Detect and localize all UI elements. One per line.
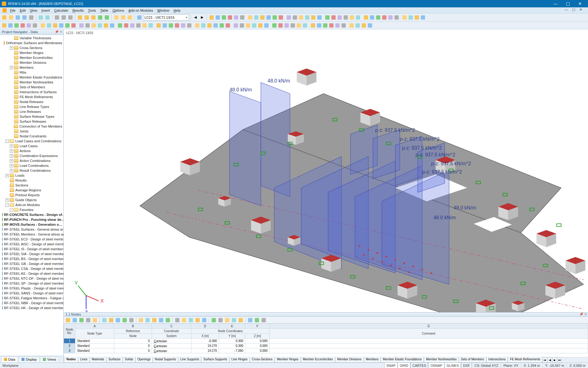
table-tab[interactable]: Line Supports xyxy=(178,358,202,362)
cell-y[interactable]: -7.060 xyxy=(219,348,245,353)
table-toolbar-button[interactable] xyxy=(181,317,187,323)
table-toolbar-button[interactable] xyxy=(238,317,244,323)
nav-tab-views[interactable]: Views xyxy=(40,357,59,362)
toolbar-button[interactable] xyxy=(85,22,91,29)
tb-nav2[interactable] xyxy=(120,14,126,21)
toolbar-button[interactable] xyxy=(168,22,174,29)
toolbar-button[interactable] xyxy=(162,22,168,29)
tree-item[interactable]: +Members xyxy=(0,65,63,70)
cell-x[interactable]: 19.270 xyxy=(191,348,219,353)
table-tab[interactable]: Member Elastic Foundations xyxy=(381,358,424,362)
mdi-restore-button[interactable]: ▢ xyxy=(572,8,579,13)
menu-tools[interactable]: Tools xyxy=(86,8,98,13)
toolbar-button[interactable] xyxy=(251,22,257,29)
tree-item[interactable]: RF-STEEL Fatigue Members - Fatigue de xyxy=(0,296,63,301)
tb-undo[interactable] xyxy=(38,14,44,21)
tree-item[interactable]: RF-STEEL SP - Design of steel members xyxy=(0,281,63,286)
table-toolbar-button[interactable] xyxy=(224,317,230,323)
tree-item[interactable]: Orthotropic Surfaces and Membranes xyxy=(0,40,63,45)
collapse-icon[interactable]: - xyxy=(6,140,9,143)
toolbar-button[interactable] xyxy=(239,22,245,29)
table-tab-nav[interactable]: ▶ xyxy=(552,358,557,362)
toolbar-button[interactable] xyxy=(117,22,123,29)
tree-item[interactable]: RF-PUNCH Pro - Punching shear de… xyxy=(0,217,63,222)
col-z[interactable]: Z [m] xyxy=(245,334,270,339)
col-node-type[interactable]: Node Type xyxy=(75,329,114,339)
toolbar-button[interactable] xyxy=(324,14,330,21)
tb-new[interactable] xyxy=(1,14,7,21)
toolbar-button[interactable] xyxy=(227,14,233,21)
table-toolbar-button[interactable] xyxy=(85,317,91,323)
table-tab[interactable]: Intersections xyxy=(486,358,508,362)
toolbar-button[interactable] xyxy=(334,22,341,29)
toolbar-button[interactable] xyxy=(206,22,213,29)
toolbar-button[interactable] xyxy=(233,14,239,21)
toolbar-button[interactable] xyxy=(32,22,38,29)
collapse-icon[interactable]: - xyxy=(6,203,9,207)
expand-icon[interactable]: + xyxy=(10,154,13,158)
toolbar-button[interactable] xyxy=(221,14,227,21)
cell-y[interactable]: 0.300 xyxy=(219,343,245,348)
tree-item[interactable]: +Actions xyxy=(0,148,63,153)
table-toolbar-button[interactable] xyxy=(72,317,78,323)
view3d[interactable]: LC21 : UIC71 13/15 xyxy=(64,29,588,312)
cell-comment[interactable] xyxy=(270,348,588,353)
tb-paste[interactable] xyxy=(67,14,74,21)
table-tab[interactable]: Member Divisions xyxy=(335,358,364,362)
table-tab[interactable]: Nodes xyxy=(64,358,78,362)
tree-item[interactable]: FE Mesh Refinements xyxy=(0,94,63,99)
toolbar-button[interactable] xyxy=(341,22,347,29)
toolbar-button[interactable] xyxy=(375,14,381,21)
tree-item[interactable]: Sets of Members xyxy=(0,85,63,90)
toolbar-button[interactable] xyxy=(103,22,109,29)
nav-tab-display[interactable]: Display xyxy=(19,357,40,362)
col-node-no[interactable]: NodeNo. xyxy=(64,324,75,339)
toolbar-button[interactable] xyxy=(70,22,77,29)
toolbar-button[interactable] xyxy=(277,22,284,29)
table-row[interactable]: 3Standard0Cartesian19.270-7.0600.000 xyxy=(64,348,588,353)
expand-icon[interactable]: + xyxy=(10,149,13,153)
toolbar-button[interactable] xyxy=(135,22,141,29)
toolbar-button[interactable] xyxy=(219,22,225,29)
toolbar-button[interactable] xyxy=(290,22,296,29)
status-toggle-snap[interactable]: SNAP xyxy=(384,363,398,368)
table-tab[interactable]: Member Nonlinearities xyxy=(424,358,459,362)
toolbar-button[interactable] xyxy=(292,14,298,21)
tree-item[interactable]: +Cross-Sections xyxy=(0,45,63,50)
expand-icon[interactable]: + xyxy=(10,169,13,172)
table-toolbar-button[interactable] xyxy=(194,317,201,323)
toolbar-button[interactable] xyxy=(245,22,251,29)
table-toolbar-button[interactable] xyxy=(247,317,253,323)
col-coords[interactable]: Node Coordinates xyxy=(191,329,270,334)
cell-sys[interactable]: Cartesian xyxy=(152,348,191,353)
col-letter[interactable]: F xyxy=(245,324,270,329)
toolbar-button[interactable] xyxy=(257,22,263,29)
col-ref[interactable]: Reference xyxy=(114,329,152,334)
col-coordsys[interactable]: Coordinate xyxy=(152,329,191,334)
tree-item[interactable]: RF-STEEL SIA - Design of steel members xyxy=(0,251,63,256)
table-toolbar-button[interactable] xyxy=(115,317,121,323)
toolbar-button[interactable] xyxy=(304,14,310,21)
row-number[interactable]: 3 xyxy=(64,348,75,353)
tree-item[interactable]: Surface Releases xyxy=(0,119,63,124)
toolbar-button[interactable] xyxy=(180,22,186,29)
tree-item[interactable]: Surface Release Types xyxy=(0,114,63,119)
table-toolbar-button[interactable] xyxy=(174,317,180,323)
toolbar-button[interactable] xyxy=(286,14,292,21)
tree-item[interactable]: Member Divisions xyxy=(0,60,63,65)
col-letter[interactable]: D xyxy=(191,324,219,329)
toolbar-button[interactable] xyxy=(26,22,32,29)
toolbar-button[interactable] xyxy=(369,14,375,21)
toolbar-button[interactable] xyxy=(337,14,343,21)
tb-save[interactable] xyxy=(15,14,21,21)
cell-z[interactable]: 0.000 xyxy=(245,339,270,343)
tree-item[interactable]: RF-STEEL SANS - Design of steel membe xyxy=(0,291,63,296)
table-toolbar-button[interactable] xyxy=(108,317,114,323)
tb-saveall[interactable] xyxy=(21,14,28,21)
tree-item[interactable]: RF-STEEL AISC - Design of steel membe xyxy=(0,242,63,247)
table-toolbar-button[interactable] xyxy=(217,317,224,323)
toolbar-button[interactable] xyxy=(349,14,355,21)
tb-rotate[interactable] xyxy=(97,14,103,21)
navigator-pin-icon[interactable]: 📌 xyxy=(55,30,58,33)
toolbar-button[interactable] xyxy=(381,14,387,21)
